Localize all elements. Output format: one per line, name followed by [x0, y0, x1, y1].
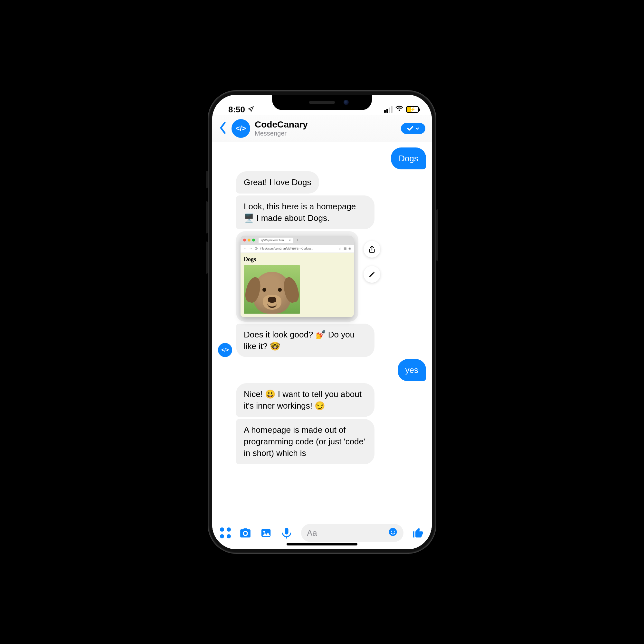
location-icon [248, 105, 254, 115]
message-row-recv: Great! I love Dogs [218, 171, 426, 193]
header-avatar-text: </> [236, 124, 246, 133]
new-tab-icon: + [296, 238, 298, 242]
sent-bubble[interactable]: yes [398, 359, 426, 381]
chat-scroll[interactable]: Dogs Great! I love Dogs Look, this here … [212, 142, 432, 520]
close-dot-icon [243, 239, 246, 241]
voice-button[interactable] [280, 527, 293, 539]
sender-avatar-text: </> [221, 347, 229, 353]
status-right: ⚡ [384, 104, 420, 115]
message-row-preview: q003.preview.html × + ← → ⟳ File /Users/… [218, 231, 426, 322]
message-text: Dogs [399, 154, 418, 163]
back-button[interactable] [219, 121, 227, 136]
browser-url-bar: ← → ⟳ File /Users/cem2ran/git/FB/FB-I-Co… [241, 245, 354, 253]
message-row-sent: yes [218, 359, 426, 381]
message-row-recv: Nice! 😃 I want to tell you about it's in… [218, 383, 426, 417]
recv-bubble[interactable]: Does it look good? 💅 Do you like it? 🤓 [236, 324, 374, 357]
sender-avatar[interactable]: </> [218, 343, 232, 357]
link-preview-bubble[interactable]: q003.preview.html × + ← → ⟳ File /Users/… [236, 231, 358, 322]
nav-back-icon: ← [243, 246, 247, 251]
min-dot-icon [248, 239, 251, 241]
chat-subtitle: Messenger [255, 130, 396, 137]
status-left: 8:50 [224, 105, 254, 115]
message-input[interactable]: Aa [301, 524, 403, 542]
browser-body: Dogs [241, 253, 354, 317]
volume-down [206, 241, 208, 274]
dog-image [244, 265, 300, 314]
bookmark-icon: ☆ [339, 247, 342, 250]
camera-button[interactable] [239, 527, 251, 539]
speaker [309, 101, 335, 104]
notch [272, 95, 372, 110]
message-text: Does it look good? 💅 Do you like it? 🤓 [244, 330, 355, 351]
message-placeholder: Aa [307, 528, 317, 538]
status-time: 8:50 [228, 105, 245, 115]
more-apps-button[interactable] [220, 527, 231, 538]
extension-icon: ▦ [344, 247, 346, 250]
message-row-recv: A homepage is made out of programming co… [218, 419, 426, 464]
tab-close-icon: × [289, 239, 291, 242]
message-row-recv: </> Does it look good? 💅 Do you like it?… [218, 324, 426, 357]
message-text: Nice! 😃 I want to tell you about it's in… [244, 389, 362, 411]
sent-bubble[interactable]: Dogs [391, 147, 426, 169]
signal-icon [384, 106, 393, 113]
screen: 8:50 ⚡ [212, 95, 432, 549]
emoji-picker-icon[interactable] [388, 527, 398, 539]
thumbs-up-button[interactable] [412, 527, 424, 539]
recv-bubble[interactable]: Nice! 😃 I want to tell you about it's in… [236, 383, 374, 417]
browser-url-text: File /Users/cem2ran/git/FB/FB-I-Code/q..… [260, 247, 337, 250]
chat-header: </> CodeCanary Messenger [212, 115, 432, 142]
recv-bubble[interactable]: A homepage is made out of programming co… [236, 419, 374, 464]
header-avatar[interactable]: </> [232, 119, 250, 138]
volume-up [206, 201, 208, 233]
browser-page-title: Dogs [244, 256, 351, 263]
chat-title: CodeCanary [255, 119, 396, 130]
svg-point-1 [263, 531, 265, 533]
edit-button[interactable] [364, 266, 380, 283]
browser-card: q003.preview.html × + ← → ⟳ File /Users/… [241, 236, 354, 317]
header-text[interactable]: CodeCanary Messenger [255, 119, 396, 137]
recv-bubble[interactable]: Look, this here is a homepage 🖥️ I made … [236, 195, 374, 229]
browser-tab-label: q003.preview.html [261, 239, 285, 242]
message-row-recv: Look, this here is a homepage 🖥️ I made … [218, 195, 426, 229]
message-text: A homepage is made out of programming co… [244, 425, 365, 458]
max-dot-icon [252, 239, 255, 241]
svg-point-4 [394, 530, 395, 532]
phone-frame: 8:50 ⚡ [208, 90, 436, 554]
browser-tab: q003.preview.html × [259, 238, 293, 243]
nav-forward-icon: → [249, 246, 253, 251]
svg-point-2 [389, 528, 397, 536]
svg-point-3 [391, 530, 392, 532]
gallery-button[interactable] [260, 527, 272, 539]
message-text: yes [405, 365, 418, 375]
battery-icon: ⚡ [406, 106, 419, 113]
header-action-pill[interactable] [401, 123, 425, 134]
recv-bubble[interactable]: Great! I love Dogs [236, 171, 319, 193]
message-text: Look, this here is a homepage 🖥️ I made … [244, 202, 356, 223]
profile-icon: ◉ [348, 247, 351, 250]
mute-switch [206, 171, 208, 188]
wifi-icon [395, 104, 403, 115]
reload-icon: ⟳ [255, 246, 258, 251]
message-text: Great! I love Dogs [244, 177, 311, 187]
home-indicator[interactable] [287, 543, 357, 545]
power-button [436, 209, 438, 261]
front-camera [344, 100, 349, 105]
share-button[interactable] [364, 241, 380, 258]
message-row-sent: Dogs [218, 147, 426, 169]
browser-traffic-lights: q003.preview.html × + [241, 236, 354, 245]
preview-side-actions [364, 241, 380, 283]
